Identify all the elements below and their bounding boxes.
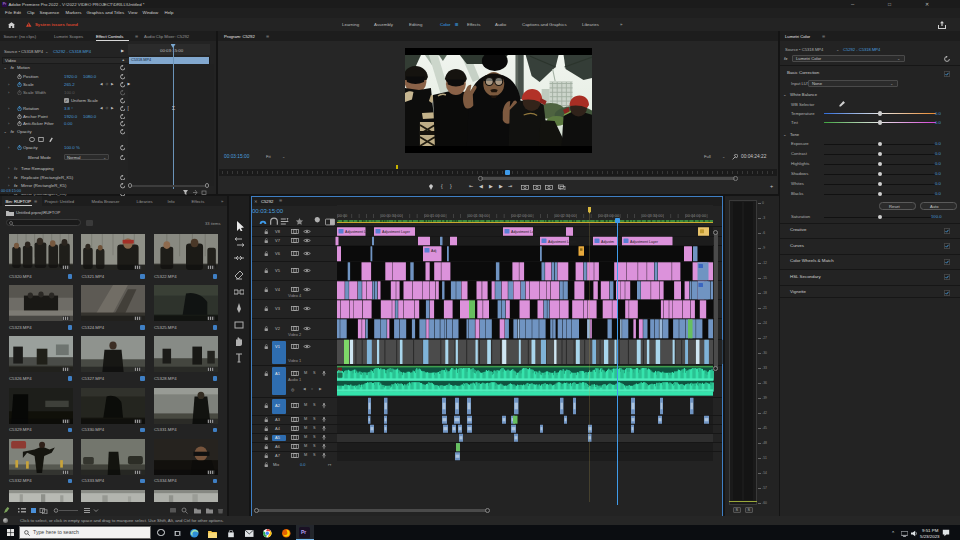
svg-text:Adjustment Layer: Adjustment Layer xyxy=(548,240,577,244)
svg-text:Adjustment Layer: Adjustment Layer xyxy=(382,230,411,234)
svg-text:Adjustment Layer: Adjustment Layer xyxy=(345,230,374,234)
svg-text:Adj: Adj xyxy=(431,249,436,253)
svg-text:Adjustm: Adjustm xyxy=(601,240,614,244)
svg-text:Adjustment Layer: Adjustment Layer xyxy=(630,240,659,244)
svg-text:Adjustment Layer: Adjustment Layer xyxy=(511,230,540,234)
